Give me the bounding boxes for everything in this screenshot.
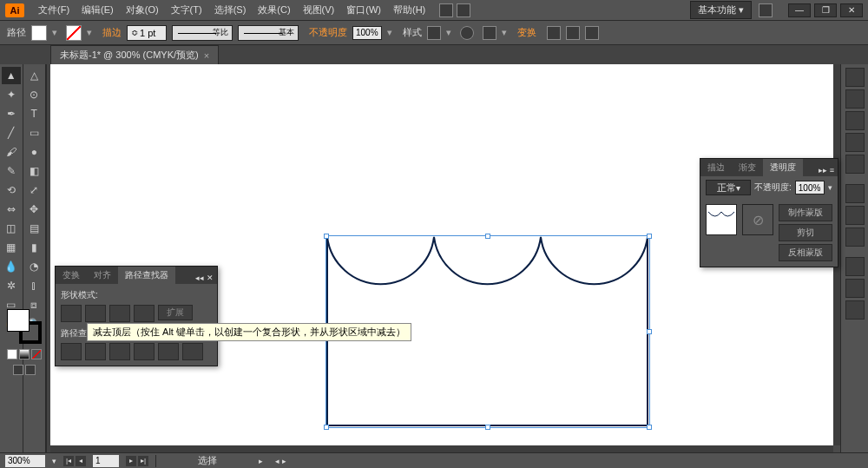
opacity-input[interactable]: 100% — [352, 26, 382, 40]
workspace-switcher[interactable]: 基本功能 ▾ — [690, 1, 752, 19]
menu-view[interactable]: 视图(V) — [298, 2, 340, 18]
trim-button[interactable] — [85, 343, 106, 360]
blob-brush-tool[interactable]: ● — [24, 143, 43, 161]
screen-normal[interactable] — [13, 365, 23, 375]
invert-mask-checkbox[interactable]: 反相蒙版 — [779, 244, 832, 261]
stroke-profile[interactable]: 等比 — [172, 25, 233, 41]
color-guide-icon[interactable] — [845, 89, 865, 109]
status-play-icon[interactable]: ▸ — [259, 457, 263, 465]
tab-align[interactable]: 对齐 — [87, 267, 118, 284]
close-tab-icon[interactable]: × — [204, 50, 209, 61]
rectangle-tool[interactable]: ▭ — [24, 124, 43, 142]
gradient-panel-icon[interactable] — [845, 206, 865, 225]
paintbrush-tool[interactable]: 🖌 — [2, 143, 21, 161]
isolate-icon-3[interactable] — [585, 26, 599, 40]
color-mode[interactable] — [7, 349, 17, 359]
intersect-button[interactable] — [109, 305, 130, 322]
menu-file[interactable]: 文件(F) — [33, 2, 75, 18]
symbol-sprayer-tool[interactable]: ✲ — [2, 277, 21, 294]
pen-tool[interactable]: ✒ — [2, 105, 21, 122]
opacity-label[interactable]: 不透明度 — [309, 26, 347, 39]
nav-prev[interactable]: ◂ — [76, 456, 86, 466]
divide-button[interactable] — [61, 343, 82, 360]
blend-mode-select[interactable]: 正常 ▾ — [706, 180, 751, 195]
brush-def[interactable]: 基本 — [238, 25, 299, 41]
panel-menu-icon[interactable]: ◂◂ ✕ — [192, 272, 217, 284]
menu-window[interactable]: 窗口(W) — [341, 2, 386, 18]
align-icon[interactable] — [483, 26, 496, 40]
gradient-mode[interactable] — [19, 349, 30, 359]
eraser-tool[interactable]: ◧ — [24, 162, 43, 180]
tab-gradient[interactable]: 渐变 — [732, 159, 763, 176]
free-transform-tool[interactable]: ✥ — [24, 201, 43, 218]
isolate-icon-2[interactable] — [566, 26, 580, 40]
minus-front-button[interactable] — [85, 305, 106, 322]
menu-type[interactable]: 文字(T) — [166, 2, 207, 18]
clip-checkbox[interactable]: 剪切 — [779, 224, 832, 241]
layout-icon-2[interactable] — [457, 3, 470, 17]
menu-select[interactable]: 选择(S) — [209, 2, 252, 18]
zoom-input[interactable]: 300% — [5, 455, 45, 467]
line-tool[interactable]: ╱ — [2, 124, 21, 142]
column-graph-tool[interactable]: ⫿ — [24, 277, 43, 294]
stroke-swatch[interactable] — [66, 25, 82, 41]
fill-color[interactable] — [7, 309, 30, 332]
make-mask-button[interactable]: 制作蒙版 — [779, 204, 832, 221]
brushes-panel-icon[interactable] — [845, 133, 865, 152]
symbols-panel-icon[interactable] — [845, 155, 865, 174]
graphic-styles-icon[interactable] — [845, 279, 865, 298]
type-tool[interactable]: T — [24, 105, 43, 122]
color-panel-icon[interactable] — [845, 68, 865, 87]
window-close[interactable]: ✕ — [840, 3, 863, 17]
nav-last[interactable]: ▸| — [138, 456, 148, 466]
horizontal-scrollbar[interactable] — [50, 445, 833, 452]
tab-pathfinder[interactable]: 路径查找器 — [118, 267, 175, 284]
fill-swatch[interactable] — [31, 25, 47, 41]
window-minimize[interactable]: — — [788, 3, 811, 17]
nav-next[interactable]: ▸ — [126, 456, 136, 466]
blend-tool[interactable]: ◔ — [24, 258, 43, 275]
layout-icon[interactable] — [439, 3, 453, 17]
mask-thumbnail[interactable]: ⊘ — [742, 204, 773, 235]
pencil-tool[interactable]: ✎ — [2, 162, 21, 180]
magic-wand-tool[interactable]: ✦ — [2, 86, 21, 103]
isolate-icon[interactable] — [547, 26, 561, 40]
expand-button[interactable]: 扩展 — [158, 305, 193, 320]
nav-first[interactable]: |◂ — [63, 456, 74, 466]
appearance-panel-icon[interactable] — [845, 257, 865, 276]
transparency-panel-icon[interactable] — [845, 227, 865, 247]
menu-effect[interactable]: 效果(C) — [253, 2, 295, 18]
minus-back-button[interactable] — [182, 343, 203, 360]
search-icon[interactable] — [759, 3, 773, 17]
exclude-button[interactable] — [134, 305, 155, 322]
unite-button[interactable] — [61, 305, 82, 322]
artboard-number[interactable]: 1 — [93, 455, 119, 467]
selection-tool[interactable]: ▲ — [2, 67, 21, 84]
tab-stroke[interactable]: 描边 — [700, 159, 732, 176]
scale-tool[interactable]: ⤢ — [24, 181, 43, 199]
merge-button[interactable] — [109, 343, 130, 360]
transform-label[interactable]: 变换 — [517, 26, 536, 39]
screen-full[interactable] — [25, 365, 36, 375]
outline-button[interactable] — [158, 343, 179, 360]
lasso-tool[interactable]: ⊙ — [24, 86, 43, 103]
tab-transparency[interactable]: 透明度 — [763, 159, 803, 176]
menu-object[interactable]: 对象(O) — [121, 2, 164, 18]
rotate-tool[interactable]: ⟲ — [2, 181, 21, 199]
width-tool[interactable]: ⇔ — [2, 201, 21, 218]
mesh-tool[interactable]: ▦ — [2, 239, 21, 256]
stroke-weight-input[interactable]: ≎ 1 pt — [127, 25, 167, 41]
tab-transform[interactable]: 变换 — [56, 267, 87, 284]
panel-collapse-icon[interactable]: ▸▸ ≡ — [815, 164, 838, 176]
opacity-thumbnail[interactable] — [706, 204, 737, 235]
gradient-tool[interactable]: ▮ — [24, 239, 43, 256]
swatches-panel-icon[interactable] — [845, 111, 865, 130]
document-tab[interactable]: 未标题-1* @ 300% (CMYK/预览) × — [50, 45, 219, 64]
window-restore[interactable]: ❐ — [814, 3, 837, 17]
eyedropper-tool[interactable]: 💧 — [2, 258, 21, 275]
layers-panel-icon[interactable] — [845, 300, 865, 320]
direct-selection-tool[interactable]: △ — [24, 67, 43, 84]
menu-edit[interactable]: 编辑(E) — [76, 2, 119, 18]
crop-button[interactable] — [134, 343, 155, 360]
perspective-grid-tool[interactable]: ▤ — [24, 220, 43, 237]
